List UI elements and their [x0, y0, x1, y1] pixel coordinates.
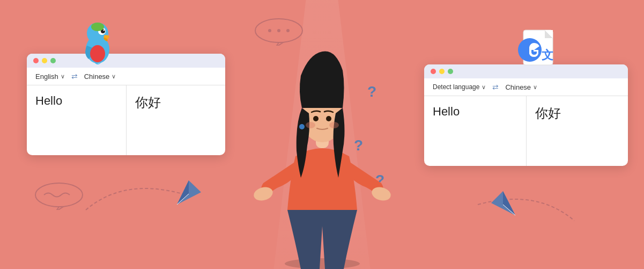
left-translate-window: English ∨ ⇄ Chinese ∨ Hello 你好 [27, 54, 225, 155]
right-swap-icon[interactable]: ⇄ [492, 83, 499, 91]
left-toolbar: English ∨ ⇄ Chinese ∨ [27, 68, 225, 85]
speech-bubble-left [32, 180, 86, 210]
svg-point-30 [306, 122, 315, 128]
dashed-line-right [472, 183, 580, 226]
left-swap-icon[interactable]: ⇄ [71, 72, 78, 81]
right-target-panel: 你好 [527, 96, 628, 166]
svg-point-17 [103, 30, 105, 31]
left-titlebar [27, 54, 225, 68]
svg-text:文: 文 [542, 48, 553, 62]
svg-point-19 [90, 45, 105, 62]
right-translate-window: Detect language ∨ ⇄ Chinese ∨ Hello 你好 [424, 64, 628, 166]
paper-plane-right [491, 191, 515, 215]
left-source-lang[interactable]: English ∨ [35, 72, 65, 81]
svg-point-29 [326, 116, 331, 121]
left-target-lang-label: Chinese [84, 72, 110, 81]
dot-red-left [33, 58, 39, 63]
dot-yellow-right [439, 69, 445, 74]
svg-point-5 [35, 183, 83, 207]
paper-plane-left [177, 180, 201, 205]
right-source-chevron: ∨ [482, 84, 486, 91]
dot-yellow-left [42, 58, 47, 63]
svg-point-25 [285, 258, 360, 269]
svg-point-32 [299, 124, 305, 129]
right-toolbar: Detect language ∨ ⇄ Chinese ∨ [424, 78, 628, 96]
svg-point-28 [313, 116, 319, 121]
parrot-mascot [75, 16, 121, 64]
left-target-panel: 你好 [127, 85, 226, 155]
left-target-lang[interactable]: Chinese ∨ [84, 72, 116, 81]
right-source-panel: Hello [424, 96, 527, 166]
right-content: Hello 你好 [424, 96, 628, 166]
left-source-text: Hello [35, 94, 62, 107]
svg-point-3 [277, 29, 280, 32]
right-target-lang-label: Chinese [505, 83, 531, 91]
right-target-chevron: ∨ [533, 84, 537, 91]
person-illustration [247, 38, 397, 269]
svg-point-4 [286, 29, 290, 32]
left-target-chevron: ∨ [112, 73, 116, 80]
svg-point-2 [268, 29, 271, 32]
left-source-panel: Hello [27, 85, 127, 155]
right-source-text: Hello [433, 105, 460, 118]
dot-green-right [448, 69, 453, 74]
svg-point-31 [329, 122, 339, 128]
right-source-lang[interactable]: Detect language ∨ [433, 83, 486, 91]
dashed-line-left [80, 172, 188, 215]
right-source-lang-label: Detect language [433, 83, 479, 91]
dot-green-left [50, 58, 56, 63]
left-source-chevron: ∨ [61, 73, 65, 80]
svg-point-18 [91, 23, 104, 31]
left-source-lang-label: English [35, 72, 58, 81]
google-translate-icon: 文 [518, 26, 561, 69]
dot-red-right [431, 69, 436, 74]
right-target-text: 你好 [535, 106, 561, 120]
right-target-lang[interactable]: Chinese ∨ [505, 83, 537, 91]
left-target-text: 你好 [135, 95, 161, 110]
left-content: Hello 你好 [27, 85, 225, 155]
